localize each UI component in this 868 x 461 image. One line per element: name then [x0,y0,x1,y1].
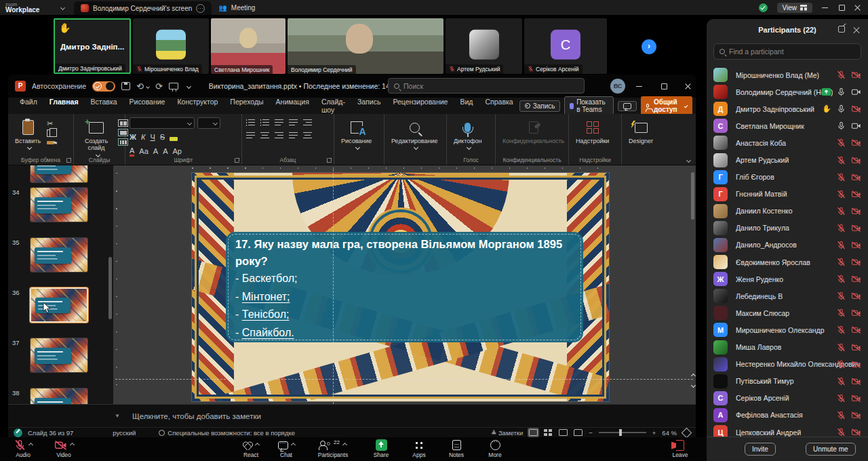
previous-slide-button[interactable] [691,374,696,378]
justify-icon[interactable] [289,132,298,139]
comments-button[interactable] [618,101,637,111]
cut-icon[interactable]: ✂ [47,119,54,127]
participant-row[interactable]: Максим Слюсар [707,304,868,321]
notes-button[interactable]: Notes [435,439,478,458]
record-button[interactable]: Запись [519,100,561,112]
ppt-search-box[interactable] [388,78,585,94]
zoom-percentage[interactable]: 64 % [662,429,677,437]
zoom-out-button[interactable]: − [589,429,593,437]
participant-row[interactable]: Миша Лавров [707,339,868,356]
participants-chevron-icon[interactable] [342,443,347,447]
participant-search-box[interactable] [713,43,861,60]
more-button[interactable]: More [473,439,517,458]
font-name-dropdown[interactable] [130,117,195,129]
participants-button[interactable]: 22 Participants [311,439,355,458]
underline-button[interactable]: Ч [150,134,155,141]
participant-row[interactable]: ГГліб Єгоров [707,169,868,186]
accessibility-status[interactable]: Специальные возможности: все в порядке [159,429,295,437]
italic-button[interactable]: К [141,134,145,141]
notes-placeholder[interactable]: Щелкните, чтобы добавить заметки [132,412,261,420]
participant-row[interactable]: Євдокименко Ярослав [707,254,868,270]
start-slideshow-icon[interactable] [169,83,178,89]
chat-chevron-icon[interactable] [290,443,295,447]
slide-thumbnail-38[interactable] [30,388,88,404]
share-screen-button[interactable]: Share [359,439,403,458]
slide-thumbnail-36[interactable] [30,287,88,323]
ppt-restore-button[interactable] [660,83,667,89]
invite-button[interactable]: Invite [745,443,776,456]
leave-button[interactable]: Leave [658,439,702,458]
participant-row[interactable]: АФефілова Анастасія [707,407,868,424]
thumbnails-scrollbar[interactable] [108,257,112,319]
columns-icon[interactable] [303,132,312,139]
new-slide-button[interactable]: Создать слайд [78,117,115,158]
zoom-slider[interactable] [599,432,646,433]
participant-row[interactable]: Даниил Костенко [707,203,868,220]
notes-splitter-icon[interactable]: ▼ [115,413,120,419]
text-direction-icon[interactable] [303,119,312,126]
tab-meeting[interactable]: 👥 Meeting [212,0,262,15]
font-color-button[interactable]: А [130,147,134,157]
video-tile-Артем Рудський[interactable]: Артем Рудський [446,18,522,74]
view-button[interactable]: View [777,3,813,13]
clear-format-button[interactable]: Ар [173,148,182,155]
security-shield-icon[interactable] [759,3,768,12]
next-slide-button[interactable] [691,383,696,388]
participant-row[interactable]: Путівський Тимур [707,373,868,390]
quiz-text-box[interactable]: 17. Яку назву мала гра, створена Вільямо… [226,232,583,342]
ppt-close-button[interactable] [685,83,692,89]
format-painter-icon[interactable] [47,141,54,144]
drawing-button[interactable]: Рисование [338,117,374,151]
slide-canvas[interactable]: 17. Яку назву мала гра, створена Вільямо… [192,173,609,401]
ppt-minimize-button[interactable] [636,83,643,89]
participant-search-input[interactable] [729,47,855,56]
participant-row[interactable]: Данило Трикула [707,220,868,237]
line-spacing-icon[interactable] [289,119,298,126]
minimize-button[interactable] [822,4,829,11]
tab-shared-screen[interactable]: Володимир Сердечний's screen ··· [74,1,212,15]
participant-row[interactable]: Мірошниченко Влад (Me) [707,66,868,83]
change-case-button[interactable]: Aa [139,148,148,155]
strikethrough-button[interactable]: S [160,134,165,141]
close-panel-icon[interactable] [853,26,860,33]
clipboard-dialog-launcher[interactable] [66,158,71,163]
paste-button[interactable]: Вставить [12,117,43,151]
participant-row[interactable]: ГГнєнний Матвій [707,186,868,203]
decrease-indent-icon[interactable] [275,119,283,126]
video-tile-Володимир Сердечний[interactable]: Володимир Сердечний [288,18,443,74]
participant-row[interactable]: Володимир Сердечний (Host) [707,83,868,100]
participant-row[interactable]: Анастасія Коба [707,134,868,151]
participant-row[interactable]: Артем Рудський [707,151,868,168]
font-dialog-launcher[interactable] [235,158,239,163]
search-input[interactable] [403,82,578,90]
react-chevron-icon[interactable] [254,443,259,447]
video-button[interactable]: Video [42,439,85,458]
copy-icon[interactable] [47,129,53,137]
participant-row[interactable]: ММирошниченко Олександр [707,321,868,338]
zoom-in-button[interactable]: + [652,429,656,437]
audio-button[interactable]: Audio [1,439,45,458]
participant-row[interactable]: Данило_Андросов [707,237,868,254]
collapse-ribbon-icon[interactable] [686,158,691,163]
video-tile-Дмитро Задніпровський[interactable]: ✋Дмитро Задніп...Дмитро Задніпровський [54,18,131,74]
participant-row[interactable]: ДДмитро Задніпровський✋ [707,100,868,117]
close-button[interactable] [854,4,861,11]
dictate-button[interactable]: Диктофон [451,117,485,151]
redo-icon[interactable]: ⟳ [155,82,163,91]
language-indicator[interactable]: русский [113,429,136,437]
align-right-icon[interactable] [275,132,283,139]
slide-editor-area[interactable]: 17. Яку назву мала гра, створена Вільямо… [113,165,696,404]
align-center-icon[interactable] [260,132,269,139]
fit-to-window-icon[interactable] [682,427,692,437]
video-tile-Мірошниченко Влад[interactable]: Мірошниченко Влад [133,18,209,74]
paragraph-dialog-launcher[interactable] [327,158,332,163]
normal-view-icon[interactable] [529,429,538,436]
slideshow-view-icon[interactable] [574,429,583,436]
save-icon[interactable] [121,82,130,90]
participant-row[interactable]: ЖЖеня Руденко [707,270,868,287]
slide-thumbnail-34[interactable] [30,187,88,222]
share-document-button[interactable]: Общий доступ [641,96,692,116]
font-size-dropdown[interactable] [197,117,220,129]
text-shadow-icon[interactable] [170,137,178,141]
align-left-icon[interactable] [246,132,255,139]
